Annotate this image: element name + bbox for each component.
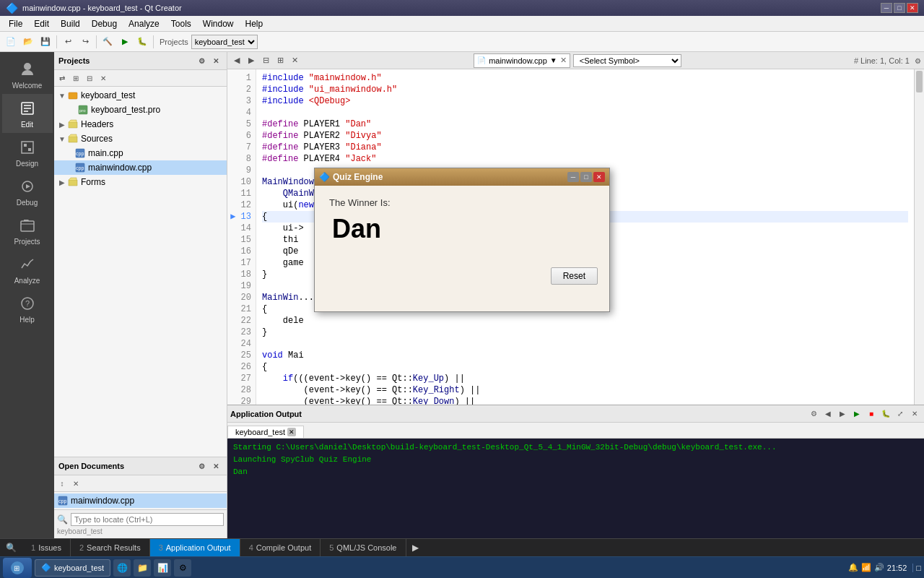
output-stop-btn[interactable]: ■ [865, 407, 878, 420]
taskbar-app4[interactable]: ⚙ [174, 559, 191, 577]
od-btn1[interactable]: ↕ [56, 477, 69, 490]
tree-pro-file[interactable]: pro keyboard_test.pro [54, 103, 227, 117]
toolbar-redo[interactable]: ↪ [77, 34, 93, 50]
debug-icon [17, 176, 38, 197]
taskbar-left: ⊞ 🔷 keyboard_test 🌐 📁 📊 ⚙ [3, 558, 191, 578]
projects-filter-btn[interactable]: ⚙ [195, 54, 208, 67]
tab-dropdown-arrow[interactable]: ▼ [550, 56, 557, 64]
close-btn[interactable]: ✕ [907, 3, 918, 13]
menu-analyze[interactable]: Analyze [123, 17, 165, 30]
sidebar-item-projects[interactable]: Projects [2, 211, 53, 250]
od-btn2[interactable]: ✕ [69, 477, 82, 490]
editor-area: ◀ ▶ ⊟ ⊞ ✕ 📄 mainwindow.cpp ▼ ✕ <Select S… [227, 52, 924, 538]
open-docs-close[interactable]: ✕ [209, 460, 222, 473]
tb-sync[interactable]: ⇄ [56, 72, 69, 85]
minimize-btn[interactable]: ─ [881, 3, 892, 13]
open-docs-btn[interactable]: ⚙ [195, 460, 208, 473]
nav-back[interactable]: ◀ [230, 54, 243, 67]
start-button[interactable]: ⊞ [3, 558, 32, 578]
output-tab-close[interactable]: ✕ [287, 428, 296, 436]
tree-headers[interactable]: ▶ Headers [54, 117, 227, 131]
toolbar-save[interactable]: 💾 [38, 34, 53, 50]
dialog-reset-btn[interactable]: Reset [551, 267, 598, 285]
scroll-thumb[interactable] [916, 71, 923, 92]
output-expand-btn[interactable]: ⤢ [894, 407, 907, 420]
toolbar-new[interactable]: 📄 [3, 34, 19, 50]
od-mainwindow-label: mainwindow.cpp [71, 496, 134, 506]
dialog-min-btn[interactable]: ─ [567, 172, 579, 182]
editor-tab-close[interactable]: ✕ [560, 56, 567, 65]
taskbar-network[interactable]: 📶 [861, 563, 871, 572]
output-prev-btn[interactable]: ◀ [821, 407, 834, 420]
toolbar-run[interactable]: ▶ [117, 34, 133, 50]
title-bar-controls[interactable]: ─ □ ✕ [881, 3, 918, 13]
menu-bar: File Edit Build Debug Analyze Tools Wind… [0, 16, 924, 32]
tb-expand[interactable]: ⊞ [69, 72, 82, 85]
tab-label-issues: Issues [38, 543, 61, 552]
toolbar-build[interactable]: 🔨 [100, 34, 116, 50]
editor-settings[interactable]: ⚙ [915, 57, 921, 65]
sidebar-item-debug[interactable]: Debug [2, 172, 53, 211]
maximize-btn[interactable]: □ [894, 3, 905, 13]
sidebar-item-welcome[interactable]: Welcome [2, 55, 53, 94]
taskbar-show-desktop[interactable]: □ [912, 564, 921, 572]
output-filter-btn[interactable]: ⚙ [807, 407, 820, 420]
taskbar-qt-creator[interactable]: 🔷 keyboard_test [35, 559, 110, 577]
bottom-tab-qml[interactable]: 5 QML/JS Console [321, 539, 406, 556]
bottom-tab-search-icon[interactable]: 🔍 [0, 540, 22, 556]
sidebar-item-help[interactable]: ? Help [2, 289, 53, 328]
taskbar-explorer[interactable]: 📁 [134, 559, 151, 577]
nav-split-v[interactable]: ⊞ [274, 54, 287, 67]
bottom-tab-app-output[interactable]: 3 Application Output [150, 539, 240, 556]
open-doc-mainwindow[interactable]: cpp mainwindow.cpp [54, 493, 227, 508]
output-debug-btn[interactable]: 🐛 [879, 407, 892, 420]
locate-input[interactable] [71, 513, 224, 526]
dialog-close-btn[interactable]: ✕ [593, 172, 605, 182]
bottom-panel-toolbar: ⚙ ◀ ▶ ▶ ■ 🐛 ⤢ ✕ [807, 407, 921, 420]
bottom-tab-issues[interactable]: 1 Issues [22, 539, 71, 556]
taskbar-chrome[interactable]: 🌐 [113, 559, 131, 577]
sidebar-item-analyze[interactable]: Analyze [2, 250, 53, 289]
nav-forward[interactable]: ▶ [245, 54, 258, 67]
output-next-btn[interactable]: ▶ [836, 407, 849, 420]
tree-sources[interactable]: ▼ Sources [54, 131, 227, 146]
menu-tools[interactable]: Tools [165, 17, 197, 30]
tb-close[interactable]: ✕ [97, 72, 110, 85]
menu-debug[interactable]: Debug [86, 17, 123, 30]
editor-scrollbar[interactable] [914, 69, 924, 405]
output-tab-keyboard[interactable]: keyboard_test ✕ [227, 426, 304, 438]
tb-collapse[interactable]: ⊟ [83, 72, 96, 85]
tab-num-2: 2 [79, 543, 84, 552]
menu-build[interactable]: Build [55, 17, 86, 30]
tree-mainwindow-cpp[interactable]: cpp mainwindow.cpp [54, 160, 227, 175]
output-close-btn[interactable]: ✕ [908, 407, 921, 420]
toggle-sources: ▼ [57, 135, 67, 143]
file-tab-select[interactable]: 📄 mainwindow.cpp ▼ ✕ [474, 53, 570, 68]
nav-split-h[interactable]: ⊟ [259, 54, 272, 67]
projects-close-btn[interactable]: ✕ [209, 54, 222, 67]
bottom-tab-more[interactable]: ▶ [406, 540, 424, 556]
toolbar-debug-run[interactable]: 🐛 [134, 34, 150, 50]
symbol-select[interactable]: <Select Symbol> [573, 54, 681, 67]
sidebar-item-design[interactable]: Design [2, 133, 53, 172]
sidebar-item-edit[interactable]: Edit [2, 94, 53, 133]
tree-forms[interactable]: ▶ Forms [54, 175, 227, 189]
tree-main-cpp[interactable]: cpp main.cpp [54, 146, 227, 160]
taskbar-volume[interactable]: 🔊 [874, 563, 884, 572]
nav-close[interactable]: ✕ [288, 54, 301, 67]
project-dropdown[interactable]: keyboard_test [191, 35, 258, 49]
menu-file[interactable]: File [3, 17, 28, 30]
taskbar-notification[interactable]: 🔔 [848, 563, 858, 572]
output-run-btn[interactable]: ▶ [850, 407, 863, 420]
taskbar-app3[interactable]: 📊 [154, 559, 171, 577]
bottom-tab-compile[interactable]: 4 Compile Output [240, 539, 321, 556]
dialog-max-btn[interactable]: □ [580, 172, 592, 182]
quiz-engine-dialog[interactable]: 🔷 Quiz Engine ─ □ ✕ The Winner Is: Dan R… [314, 168, 610, 312]
menu-edit[interactable]: Edit [28, 17, 55, 30]
toolbar-open[interactable]: 📂 [20, 34, 36, 50]
bottom-tab-search-results[interactable]: 2 Search Results [71, 539, 150, 556]
tree-root[interactable]: ▼ keyboard_test [54, 88, 227, 103]
menu-window[interactable]: Window [197, 17, 240, 30]
menu-help[interactable]: Help [240, 17, 269, 30]
toolbar-undo[interactable]: ↩ [60, 34, 76, 50]
